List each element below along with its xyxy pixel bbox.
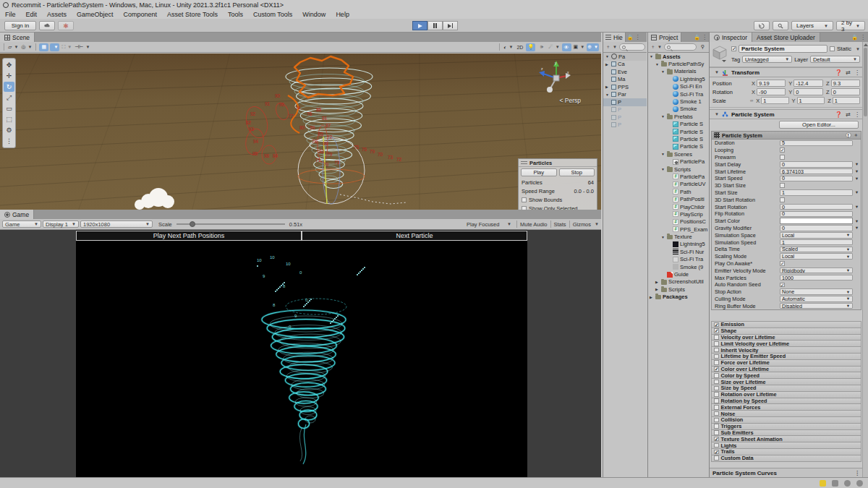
module-checkbox[interactable]: [714, 348, 719, 353]
module-checkbox[interactable]: ✓: [714, 437, 719, 442]
value-field[interactable]: Automatic▼: [780, 296, 853, 302]
menu-component[interactable]: Component: [124, 11, 158, 18]
value-field[interactable]: 1000: [780, 275, 853, 281]
gameobject-name-field[interactable]: Particle System: [739, 45, 827, 53]
particles-stop-button[interactable]: Stop: [559, 168, 595, 176]
hierarchy-row[interactable]: Eve: [603, 68, 647, 76]
game-content[interactable]: Play Next Path Positions Next Particle 1…: [76, 230, 527, 477]
ps-main-module-header[interactable]: Particle System !＋: [712, 132, 861, 140]
checkbox[interactable]: ✓: [780, 283, 785, 288]
lock-icon[interactable]: 🔒: [627, 35, 634, 40]
tab-game[interactable]: Game: [0, 210, 34, 219]
scroll-up-icon[interactable]: [864, 43, 868, 46]
add-object-button[interactable]: ＋▼: [605, 43, 618, 51]
tab-scene[interactable]: Scene: [0, 33, 35, 42]
module-checkbox[interactable]: [714, 373, 719, 378]
module-checkbox[interactable]: [714, 335, 719, 340]
more-icon[interactable]: ⋮: [854, 470, 860, 476]
hierarchy-search-input[interactable]: [619, 43, 645, 51]
project-row[interactable]: ▶ScreenshotUtil: [648, 278, 709, 286]
transform-tool-button[interactable]: ⬚: [4, 114, 14, 124]
project-row[interactable]: ▶Scripts: [648, 286, 709, 293]
undo-history-button[interactable]: [754, 21, 770, 30]
module-checkbox[interactable]: [714, 424, 719, 429]
gameobject-cube-icon[interactable]: [712, 45, 728, 62]
value-field[interactable]: 0: [780, 161, 853, 168]
menu-window[interactable]: Window: [302, 11, 326, 18]
particles-play-button[interactable]: Play: [521, 168, 557, 176]
drag-handle-icon[interactable]: [521, 161, 527, 164]
skybox-toggle-button[interactable]: ◎▼: [20, 43, 33, 51]
help-icon[interactable]: ❓: [835, 69, 842, 76]
tab-inspector[interactable]: Inspector: [710, 33, 752, 42]
project-row[interactable]: PPS_Exam: [648, 226, 709, 233]
layers-dropdown[interactable]: Layers▼: [791, 21, 833, 30]
menu-file[interactable]: File: [5, 11, 16, 18]
module-checkbox[interactable]: [714, 411, 719, 416]
gameobject-active-checkbox[interactable]: ✓: [731, 46, 736, 51]
search-by-type-button[interactable]: ⚲: [698, 43, 707, 51]
audio-toggle[interactable]: 🕪: [537, 43, 546, 51]
project-row[interactable]: ▼Materials: [648, 68, 709, 75]
project-row[interactable]: Guide: [648, 270, 709, 278]
project-row[interactable]: Sci-Fi En: [648, 83, 709, 90]
orientation-gizmo[interactable]: y x z: [533, 59, 579, 100]
module-checkbox[interactable]: [714, 354, 719, 359]
2d-toggle[interactable]: 2D: [515, 43, 524, 51]
rotate-tool-button[interactable]: ↻: [4, 82, 14, 92]
grid-snapping-button[interactable]: ⊣⊢▼: [74, 43, 90, 51]
value-field[interactable]: Disabled▼: [780, 303, 853, 309]
move-tool-button[interactable]: ✛: [4, 71, 14, 81]
scale-z-field[interactable]: 1: [833, 97, 860, 104]
module-checkbox[interactable]: ✓: [714, 367, 719, 372]
services-icon[interactable]: [844, 480, 851, 487]
play-focused-dropdown[interactable]: Play Focused▼: [464, 221, 514, 228]
value-field[interactable]: Scaled▼: [780, 247, 853, 253]
view-tool-button[interactable]: ✥: [4, 60, 14, 70]
tag-dropdown[interactable]: Untagged▼: [742, 56, 792, 63]
module-checkbox[interactable]: [714, 360, 719, 365]
scale-slider-knob[interactable]: [190, 221, 195, 227]
grid-options-button[interactable]: ▼: [50, 43, 59, 51]
game-mode-dropdown[interactable]: Game▼: [2, 221, 41, 228]
rect-tool-button[interactable]: ▭: [4, 103, 14, 114]
shading-dropdown[interactable]: ◐▼: [503, 43, 514, 51]
menu-help[interactable]: Help: [336, 11, 349, 18]
project-row[interactable]: ▼Scenes: [648, 150, 709, 158]
transform-header[interactable]: ▼ Transform ❓⇄⋮: [710, 67, 863, 77]
tab-project[interactable]: Project: [648, 33, 681, 42]
project-row[interactable]: ParticlePa: [648, 158, 709, 165]
module-checkbox[interactable]: [714, 405, 719, 410]
presets-icon[interactable]: ⇄: [846, 111, 851, 118]
menu-gameobject[interactable]: GameObject: [77, 11, 114, 18]
stats-button[interactable]: Stats: [554, 221, 566, 228]
help-icon[interactable]: ❓: [835, 111, 842, 118]
module-checkbox[interactable]: [714, 380, 719, 385]
display-dropdown[interactable]: Display 1▼: [43, 221, 79, 228]
value-field[interactable]: 0: [780, 225, 853, 231]
project-row[interactable]: ▶Packages: [648, 294, 709, 301]
hierarchy-row[interactable]: ▼Pa: [603, 53, 647, 61]
static-dropdown-icon[interactable]: ▼: [856, 47, 860, 51]
lock-icon[interactable]: 🔒: [694, 35, 700, 40]
play-button[interactable]: [412, 21, 427, 30]
rotation-z-field[interactable]: 0: [831, 88, 860, 95]
value-field[interactable]: 0: [780, 176, 853, 182]
more-icon[interactable]: ⋮: [854, 69, 860, 76]
show-bounds-checkbox[interactable]: [522, 197, 527, 202]
project-row[interactable]: Smoke 1: [648, 98, 709, 105]
project-row[interactable]: Path: [648, 188, 709, 195]
scrollbar-thumb[interactable]: [864, 48, 867, 116]
position-x-field[interactable]: 9.19: [757, 80, 786, 87]
module-checkbox[interactable]: ✓: [714, 450, 719, 455]
project-row[interactable]: Particle S: [648, 121, 709, 128]
module-checkbox[interactable]: [714, 455, 719, 461]
project-row[interactable]: Particle S: [648, 128, 709, 135]
value-field[interactable]: 1: [780, 189, 853, 196]
static-checkbox[interactable]: [830, 46, 835, 51]
visibility-toggle[interactable]: 👁: [562, 43, 571, 51]
gizmos-dropdown[interactable]: ⊕▼: [587, 43, 599, 51]
project-row[interactable]: ▼Prefabs: [648, 113, 709, 120]
project-row[interactable]: Smoke (9: [648, 263, 709, 270]
value-field[interactable]: 5: [780, 140, 853, 147]
